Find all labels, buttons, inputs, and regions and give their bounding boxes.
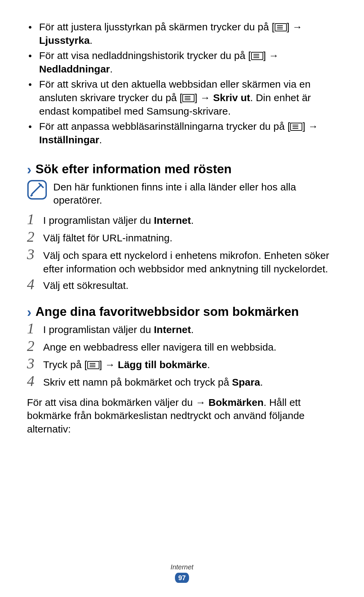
bullet-item: För att visa nedladdningshistorik trycke… xyxy=(27,49,337,76)
step-text: . xyxy=(260,377,263,388)
step-text: ] xyxy=(99,359,105,370)
step-item: Ange en webbadress eller navigera till e… xyxy=(27,340,337,355)
section-heading: › Sök efter information med rösten xyxy=(27,162,337,177)
bullet-item: För att anpassa webbläsarinställningarna… xyxy=(27,120,337,146)
step-text: Tryck på [ xyxy=(43,359,87,370)
note-icon xyxy=(27,180,47,200)
chevron-icon: › xyxy=(27,305,31,319)
menu-icon xyxy=(87,361,99,369)
steps-list-voice: I programlistan väljer du Internet. Välj… xyxy=(27,213,337,293)
step-item: Välj ett sökresultat. xyxy=(27,278,337,293)
step-item: I programlistan väljer du Internet. xyxy=(27,322,337,337)
menu-icon xyxy=(275,23,287,31)
bullet-bold: Ljusstyrka xyxy=(39,35,90,46)
bullet-bold: Nedladdningar xyxy=(39,63,110,74)
arrow-icon: → xyxy=(195,397,206,408)
step-text: I programlistan väljer du xyxy=(43,324,154,335)
step-text: Ange en webbadress eller navigera till e… xyxy=(43,341,276,353)
step-text: Välj ett sökresultat. xyxy=(43,280,128,291)
page-footer: Internet 97 xyxy=(0,563,364,583)
step-text: . xyxy=(191,215,194,226)
menu-icon xyxy=(290,123,302,131)
step-bold: Internet xyxy=(154,215,191,226)
step-item: Välj fältet för URL-inmatning. xyxy=(27,231,337,245)
step-text xyxy=(115,359,118,370)
arrow-icon: → xyxy=(292,21,302,32)
para-bold: Bokmärken xyxy=(209,397,264,408)
footer-section-label: Internet xyxy=(0,563,364,571)
para-text: För att visa dina bokmärken väljer du xyxy=(27,397,195,408)
step-bold: Spara xyxy=(232,377,260,388)
section-title: Sök efter information med rösten xyxy=(35,162,232,177)
menu-icon xyxy=(182,94,194,102)
bullet-text: . xyxy=(99,134,102,145)
arrow-icon: → xyxy=(200,92,210,103)
intro-bullet-list: För att justera ljusstyrkan på skärmen t… xyxy=(27,20,337,146)
note-box: Den här funktionen finns inte i alla län… xyxy=(27,180,337,207)
arrow-icon: → xyxy=(269,50,279,61)
arrow-icon: → xyxy=(308,121,318,132)
step-bold: Lägg till bokmärke xyxy=(118,359,207,370)
bullet-text: ] xyxy=(263,50,269,61)
step-bold: Internet xyxy=(154,324,191,335)
paragraph: För att visa dina bokmärken väljer du → … xyxy=(27,396,337,436)
step-item: I programlistan väljer du Internet. xyxy=(27,213,337,228)
bullet-item: För att justera ljusstyrkan på skärmen t… xyxy=(27,20,337,47)
bullet-text xyxy=(210,92,213,103)
bullet-text: ] xyxy=(287,21,293,32)
bullet-item: För att skriva ut den aktuella webbsidan… xyxy=(27,78,337,118)
menu-icon xyxy=(251,52,263,60)
bullet-bold: Skriv ut xyxy=(213,92,250,103)
bullet-bold: Inställningar xyxy=(39,134,99,145)
bullet-text: ] xyxy=(302,121,308,132)
page-number-badge: 97 xyxy=(175,573,189,583)
chevron-icon: › xyxy=(27,163,31,176)
section-title: Ange dina favoritwebbsidor som bokmärken xyxy=(35,304,299,319)
step-item: Välj och spara ett nyckelord i enhetens … xyxy=(27,248,337,275)
step-text: Välj och spara ett nyckelord i enhetens … xyxy=(43,250,329,274)
bullet-text: För att justera ljusstyrkan på skärmen t… xyxy=(39,21,275,32)
steps-list-bookmark: I programlistan väljer du Internet. Ange… xyxy=(27,322,337,390)
bullet-text: För att anpassa webbläsarinställningarna… xyxy=(39,121,290,132)
arrow-icon: → xyxy=(105,359,115,370)
bullet-text: . xyxy=(90,35,92,46)
bullet-text: För att visa nedladdningshistorik trycke… xyxy=(39,50,251,61)
bullet-text: ] xyxy=(194,92,200,103)
step-text: . xyxy=(191,324,194,335)
step-item: Skriv ett namn på bokmärket och tryck på… xyxy=(27,375,337,390)
step-text: Skriv ett namn på bokmärket och tryck på xyxy=(43,377,232,388)
step-text: . xyxy=(207,359,210,370)
step-text: Välj fältet för URL-inmatning. xyxy=(43,232,173,243)
para-text xyxy=(206,397,208,408)
note-text: Den här funktionen finns inte i alla län… xyxy=(53,180,337,207)
step-text: I programlistan väljer du xyxy=(43,215,154,226)
step-item: Tryck på [] → Lägg till bokmärke. xyxy=(27,357,337,372)
bullet-text: . xyxy=(110,63,113,74)
section-heading: › Ange dina favoritwebbsidor som bokmärk… xyxy=(27,304,337,319)
